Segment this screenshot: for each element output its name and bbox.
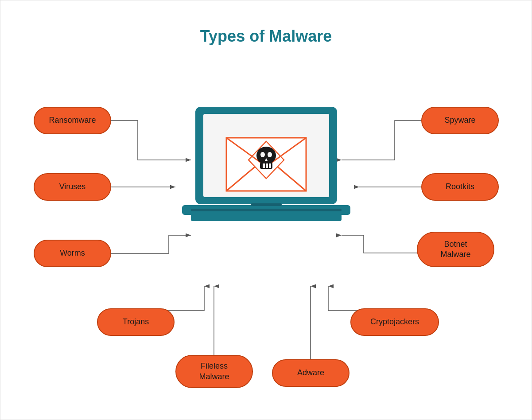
svg-point-9 [256,147,276,164]
diagram-container: Types of Malware [0,0,532,420]
laptop-illustration [182,102,350,246]
rootkits-node: Rootkits [421,173,499,201]
adware-node: Adware [272,359,349,387]
viruses-node: Viruses [34,173,111,201]
botnet-malware-node: Botnet Malware [417,232,494,267]
svg-rect-12 [266,163,268,168]
page-title: Types of Malware [0,0,532,46]
trojans-node: Trojans [97,308,175,336]
cryptojackers-node: Cryptojackers [350,308,439,336]
svg-rect-19 [251,203,282,206]
ransomware-node: Ransomware [34,107,111,134]
spyware-node: Spyware [421,107,499,134]
svg-rect-20 [191,214,342,221]
svg-rect-18 [191,209,342,211]
fileless-malware-node: Fileless Malware [175,355,253,388]
svg-rect-11 [263,163,265,168]
svg-point-14 [260,152,265,157]
svg-point-15 [268,152,272,157]
worms-node: Worms [34,240,111,267]
svg-rect-13 [269,163,271,168]
